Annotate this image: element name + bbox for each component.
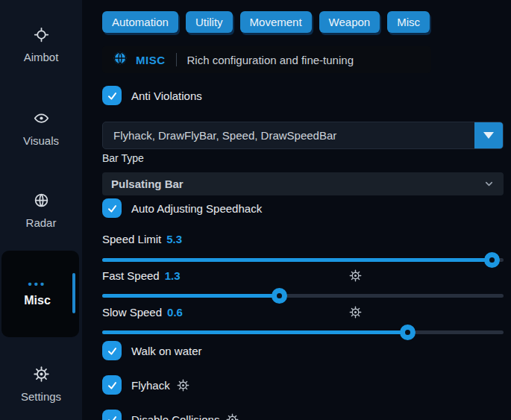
bar-type-label: Bar Type <box>102 152 144 164</box>
tab-movement[interactable]: Movement <box>240 11 312 33</box>
slider-thumb[interactable] <box>272 288 287 304</box>
gear-icon <box>34 366 49 384</box>
gear-icon[interactable] <box>349 306 362 319</box>
gear-icon[interactable] <box>177 379 189 392</box>
bars-multiselect-value: Flyhack, DrawFlyBar, Speed, DrawSpeedBar <box>103 129 474 142</box>
fast-speed-label-row: Fast Speed 1.3 <box>102 269 504 282</box>
section-subtitle: Rich configuration and fine-tuning <box>187 54 354 66</box>
bars-multiselect[interactable]: Flyhack, DrawFlyBar, Speed, DrawSpeedBar <box>102 122 504 149</box>
flyhack-checkbox[interactable] <box>102 375 122 395</box>
anti-violations-checkbox[interactable] <box>102 86 122 105</box>
tab-utility[interactable]: Utility <box>186 11 233 33</box>
sidebar-item-label: Aimbot <box>24 51 59 63</box>
disable-collisions-row: Disable Collisions <box>102 410 239 420</box>
slider-fill <box>102 258 492 262</box>
sidebar-item-label: Settings <box>21 390 61 403</box>
sidebar-item-radar[interactable]: Radar <box>0 192 82 229</box>
walk-on-water-label: Walk on water <box>131 345 201 357</box>
slider-fill <box>102 330 407 334</box>
gear-icon[interactable] <box>226 413 239 420</box>
section-header: MISC Rich configuration and fine-tuning <box>102 46 431 73</box>
sidebar-item-aimbot[interactable]: Aimbot <box>0 27 82 63</box>
sidebar-item-settings[interactable]: Settings <box>0 366 82 403</box>
disable-collisions-label: Disable Collisions <box>131 413 219 420</box>
anti-violations-row: Anti Violations <box>102 86 202 105</box>
selected-accent-bar <box>72 273 75 313</box>
walk-on-water-row: Walk on water <box>102 341 201 360</box>
speed-limit-slider[interactable] <box>102 252 504 268</box>
auto-adjusting-speedhack-row: Auto Adjusting Speedhack <box>102 198 262 218</box>
tab-automation[interactable]: Automation <box>102 11 178 33</box>
sidebar: Aimbot Visuals Radar ••• Misc <box>0 0 82 420</box>
flyhack-label: Flyhack <box>131 379 170 392</box>
check-icon <box>107 345 118 357</box>
fast-speed-slider[interactable] <box>102 288 504 304</box>
globe-icon <box>34 192 49 210</box>
section-title: MISC <box>136 54 166 66</box>
anti-violations-label: Anti Violations <box>131 90 202 102</box>
app-window: Aimbot Visuals Radar ••• Misc <box>0 0 511 420</box>
sidebar-item-label: Radar <box>26 216 57 229</box>
sidebar-item-label: Misc <box>1 294 73 307</box>
slow-speed-label: Slow Speed <box>102 306 162 319</box>
slow-speed-value: 0.6 <box>167 306 183 319</box>
sidebar-item-visuals[interactable]: Visuals <box>0 110 82 147</box>
auto-adjusting-speedhack-checkbox[interactable] <box>102 198 122 218</box>
bar-type-select[interactable]: Pulsating Bar <box>102 172 504 195</box>
divider <box>176 53 177 66</box>
sidebar-item-misc-selected[interactable]: ••• Misc <box>1 251 79 337</box>
tab-misc[interactable]: Misc <box>387 11 430 33</box>
speed-limit-label-row: Speed Limit 5.3 <box>102 233 504 245</box>
speed-limit-value: 5.3 <box>166 233 182 245</box>
speed-limit-label: Speed Limit <box>102 233 161 245</box>
gear-icon[interactable] <box>349 269 362 282</box>
crosshair-icon <box>34 27 49 45</box>
fast-speed-label: Fast Speed <box>102 269 160 282</box>
triangle-down-icon <box>483 132 494 139</box>
eye-icon <box>34 110 49 128</box>
tab-weapon[interactable]: Weapon <box>319 11 380 33</box>
bar-type-value: Pulsating Bar <box>111 178 483 190</box>
slider-fill <box>102 294 279 298</box>
ellipsis-icon: ••• <box>1 278 73 290</box>
walk-on-water-checkbox[interactable] <box>102 341 122 360</box>
auto-adjusting-speedhack-label: Auto Adjusting Speedhack <box>131 202 262 215</box>
check-icon <box>107 380 118 391</box>
chevron-down-icon <box>483 178 495 189</box>
globe-icon <box>113 51 128 69</box>
check-icon <box>107 90 118 101</box>
sidebar-item-label: Visuals <box>23 134 59 147</box>
disable-collisions-checkbox[interactable] <box>102 410 122 420</box>
slow-speed-slider[interactable] <box>102 325 504 340</box>
bars-multiselect-dropdown-button[interactable] <box>474 122 503 148</box>
check-icon <box>107 414 118 420</box>
tab-bar: Automation Utility Movement Weapon Misc <box>102 11 430 33</box>
flyhack-row: Flyhack <box>102 375 189 395</box>
fast-speed-value: 1.3 <box>165 269 181 282</box>
slow-speed-label-row: Slow Speed 0.6 <box>102 306 504 319</box>
slider-thumb[interactable] <box>400 325 416 340</box>
slider-thumb[interactable] <box>484 252 500 268</box>
check-icon <box>107 203 118 214</box>
